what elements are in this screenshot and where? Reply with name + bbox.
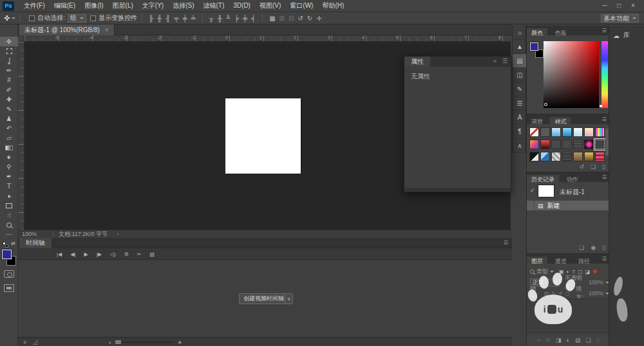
dock-glyphs-icon[interactable]: ᴀ <box>513 139 527 153</box>
layer-filter-kind-label[interactable]: 类型 <box>536 268 548 276</box>
style-swatch-7[interactable] <box>595 127 605 137</box>
distribute-vertical-centers-icon[interactable]: ╫ <box>218 13 222 24</box>
filter-toggle-icon[interactable] <box>593 269 597 273</box>
gradient-tool[interactable] <box>0 143 18 152</box>
opacity-value[interactable]: 100% <box>589 279 603 286</box>
dock-adjustments-icon[interactable]: ☼ <box>513 26 527 40</box>
menu-item-0[interactable]: 文件(F) <box>19 0 50 12</box>
align-vertical-centers-icon[interactable]: ╪ <box>182 13 187 24</box>
go-to-first-frame-button[interactable]: |◀ <box>57 251 62 257</box>
document-canvas[interactable] <box>225 98 301 174</box>
align-right-edges-icon[interactable]: ╢ <box>166 13 170 24</box>
transition-button[interactable]: ▧ <box>150 251 155 257</box>
lasso-tool[interactable]: ʆ <box>0 56 18 66</box>
align-horizontal-centers-icon[interactable]: ╫ <box>157 13 162 24</box>
lock-transparent-pixels-icon[interactable]: ▨ <box>544 291 549 296</box>
tab-swatches[interactable]: 色板 <box>550 28 571 38</box>
dock-brush-settings-icon[interactable]: ✎ <box>513 82 527 96</box>
hand-tool[interactable]: ☝ <box>0 210 18 220</box>
style-swatch-3[interactable] <box>551 127 561 137</box>
vertical-ruler[interactable] <box>18 42 24 230</box>
crop-tool[interactable]: # <box>0 75 18 85</box>
brush-tool[interactable]: ✎ <box>0 104 18 114</box>
layers-list[interactable] <box>527 298 609 333</box>
style-swatch-20[interactable] <box>584 152 594 161</box>
menu-item-9[interactable]: 窗口(W) <box>285 0 317 12</box>
zoom-out-mountain-icon[interactable]: ▲ <box>108 340 111 344</box>
color-field-marker[interactable] <box>544 103 547 106</box>
history-state-row[interactable]: ▤ 新建 <box>527 201 609 210</box>
edit-toolbar-ellipsis[interactable]: ⋯ <box>0 230 18 239</box>
eyedropper-tool[interactable]: ✐ <box>0 85 18 95</box>
menu-item-3[interactable]: 图层(L) <box>108 0 138 12</box>
tab-adjustments[interactable]: 调整 <box>527 117 547 127</box>
lock-image-pixels-icon[interactable]: ✎ <box>551 291 556 296</box>
rectangle-tool[interactable] <box>0 201 18 210</box>
filter-pixel-layers-icon[interactable]: ▣ <box>559 269 564 275</box>
clear-style-icon[interactable]: ↺ <box>579 163 584 170</box>
new-style-icon[interactable]: ❏ <box>591 163 596 170</box>
quick-selection-tool[interactable]: ✏ <box>0 66 18 75</box>
status-chevron-icon[interactable]: › <box>117 231 118 237</box>
style-swatch-8[interactable] <box>529 140 539 149</box>
blur-tool[interactable]: ♠ <box>0 152 18 162</box>
distribute-bottom-edges-icon[interactable]: ╨ <box>226 13 231 24</box>
style-swatch-5[interactable] <box>573 127 583 137</box>
delete-layer-icon[interactable]: ▯ <box>596 337 600 343</box>
style-swatch-11[interactable] <box>562 140 572 149</box>
distribute-horizontal-centers-icon[interactable]: ╪ <box>243 13 247 24</box>
layer-style-icon[interactable]: fx <box>546 337 551 343</box>
tab-actions[interactable]: 动作 <box>562 175 582 185</box>
tab-properties[interactable]: 属性 <box>404 57 430 67</box>
style-swatch-13[interactable] <box>584 140 594 149</box>
3d-pan-icon[interactable]: ✛ <box>316 13 321 24</box>
properties-panel-resize-handle[interactable] <box>404 188 511 192</box>
align-bottom-edges-icon[interactable]: ╧ <box>191 13 195 24</box>
zoom-in-mountain-icon[interactable]: ▲ <box>177 339 182 345</box>
style-swatch-21[interactable] <box>595 152 605 161</box>
spot-healing-brush-tool[interactable]: ✚ <box>0 95 18 104</box>
link-layers-icon[interactable]: ∞ <box>537 337 541 343</box>
style-swatch-2[interactable] <box>540 127 550 137</box>
delete-style-icon[interactable]: ▯ <box>602 163 605 170</box>
timeline-render-icon[interactable]: ≡ <box>23 339 26 345</box>
swap-colors-icon[interactable]: ⇄ <box>11 241 15 246</box>
menu-item-10[interactable]: 帮助(H) <box>317 0 348 12</box>
rectangular-marquee-tool[interactable] <box>0 46 18 56</box>
distribute-left-edges-icon[interactable]: ╞ <box>234 13 239 24</box>
zoom-slider-thumb[interactable] <box>115 340 121 344</box>
3d-orbit-icon[interactable]: ↺ <box>298 13 303 24</box>
style-swatch-9[interactable] <box>540 140 550 149</box>
dodge-tool[interactable]: ⚲ <box>0 162 18 172</box>
tab-close-icon[interactable]: × <box>105 26 109 33</box>
next-frame-button[interactable]: |▶ <box>97 251 102 257</box>
quick-mask-mode-icon[interactable] <box>4 270 14 278</box>
menu-item-6[interactable]: 滤镜(T) <box>199 0 229 12</box>
menu-item-5[interactable]: 选择(S) <box>168 0 198 12</box>
foreground-color-swatch[interactable] <box>2 250 12 259</box>
eraser-tool[interactable]: ▱ <box>0 133 18 143</box>
distribute-spacing-icon[interactable]: ▦ <box>269 13 275 24</box>
timeline-settings-icon[interactable]: ⚙ <box>124 251 129 257</box>
align-top-edges-icon[interactable]: ╤ <box>174 13 178 24</box>
styles-panel-menu-icon[interactable]: ☰ <box>602 114 607 124</box>
close-button[interactable]: × <box>626 0 640 12</box>
previous-frame-button[interactable]: ◀| <box>70 251 75 257</box>
style-swatch-12[interactable] <box>573 140 583 149</box>
screen-mode-icon[interactable] <box>4 284 14 292</box>
tab-layers[interactable]: 图层 <box>527 257 547 266</box>
style-swatch-1[interactable] <box>529 127 539 137</box>
menu-item-1[interactable]: 编辑(E) <box>50 0 80 12</box>
tab-timeline[interactable]: 时间轴 <box>19 238 52 248</box>
timeline-zoom-slider[interactable] <box>115 341 173 343</box>
style-swatch-15[interactable] <box>529 152 539 161</box>
timeline-menu-icon[interactable]: ☰ <box>504 238 508 248</box>
history-brush-tool[interactable]: ↶ <box>0 123 18 133</box>
ruler-origin-corner[interactable] <box>18 35 24 42</box>
document-tab[interactable]: 未标题-1 @ 100%(RGB/8) × <box>19 24 115 35</box>
style-swatch-18[interactable] <box>562 152 572 161</box>
panel-foreground-swatch[interactable] <box>530 42 538 51</box>
style-swatch-6[interactable] <box>584 127 594 137</box>
3d-roll-icon[interactable]: ↻ <box>307 13 312 24</box>
properties-panel-menu-icon[interactable]: ☰ <box>502 58 507 64</box>
